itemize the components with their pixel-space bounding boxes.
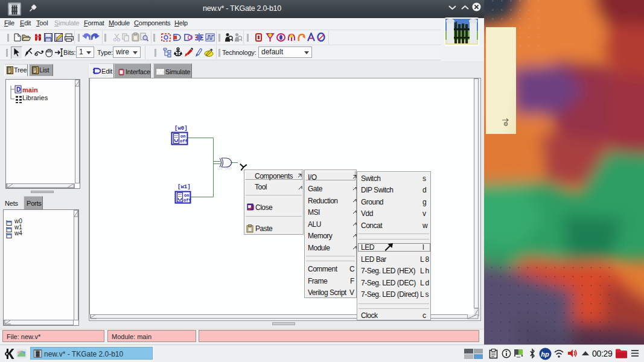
svg-text:hp: hp [541, 351, 549, 358]
svg-text:[w1]: [w1] [177, 184, 191, 190]
svg-text:off: off [183, 198, 191, 203]
svg-text:[w0]: [w0] [174, 125, 188, 132]
svg-text:w4_xor: w4_xor [217, 167, 232, 171]
svg-text:on: on [180, 134, 185, 139]
svg-text:on: on [184, 193, 189, 198]
svg-text:off: off [180, 139, 188, 144]
svg-text:D: D [16, 86, 21, 93]
